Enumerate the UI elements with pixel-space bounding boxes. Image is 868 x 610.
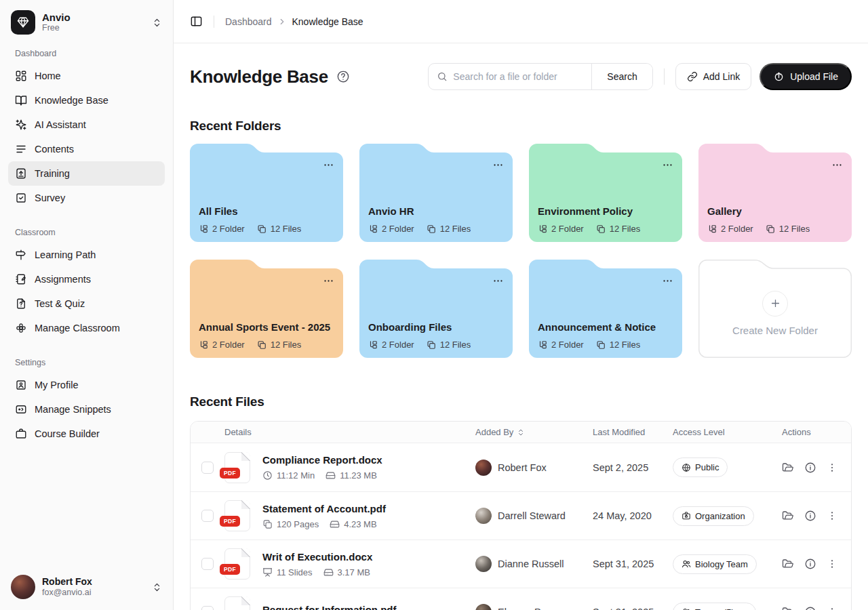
sparkles-icon	[15, 119, 27, 131]
sidebar-item-manage-classroom[interactable]: Manage Classroom	[8, 316, 165, 340]
folder-menu-icon[interactable]	[831, 159, 843, 171]
file-title[interactable]: Statement of Account.pdf	[262, 503, 475, 514]
open-folder-icon[interactable]	[782, 606, 794, 610]
globe-icon	[682, 463, 691, 472]
more-vertical-icon[interactable]	[827, 510, 837, 521]
added-by-name: Eleanor Pena	[498, 607, 557, 610]
file-title[interactable]: Request for Information.pdf	[262, 604, 475, 610]
help-icon[interactable]	[336, 70, 350, 83]
breadcrumb: Dashboard Knowledge Base	[225, 16, 363, 27]
file-type-icon: PDF	[224, 452, 250, 483]
breadcrumb-dashboard[interactable]: Dashboard	[225, 16, 272, 27]
sidebar-item-knowledge-base[interactable]: Knowledge Base	[8, 88, 165, 113]
search-input[interactable]	[453, 71, 583, 82]
sidebar-item-label: Manage Classroom	[35, 323, 120, 333]
file-size: 4.23 MB	[344, 519, 376, 529]
recent-files-heading: Recent Files	[190, 394, 852, 409]
book-up-icon	[15, 167, 27, 180]
upload-file-button[interactable]: Upload File	[760, 63, 852, 90]
row-checkbox[interactable]	[201, 462, 214, 474]
folder-card-anvio-hr[interactable]: Anvio HR 2 Folder 12 Files	[359, 144, 513, 242]
sidebar-item-course-builder[interactable]: Course Builder	[8, 422, 165, 446]
file-slides: 11 Slides	[277, 567, 313, 577]
folder-count: 2 Folder	[382, 340, 414, 350]
folder-menu-icon[interactable]	[323, 275, 334, 287]
open-folder-icon[interactable]	[782, 510, 794, 522]
column-added-by[interactable]: Added By	[475, 427, 593, 437]
sidebar: Anvio Free Dashboard Home Knowledge Base…	[0, 0, 174, 610]
sidebar-item-training[interactable]: Training	[8, 161, 165, 186]
info-icon[interactable]	[804, 606, 816, 610]
folder-card-announcement-notice[interactable]: Announcement & Notice 2 Folder 12 Files	[529, 260, 682, 358]
table-row: PDF Statement of Account.pdf 120 Pages 4…	[191, 491, 851, 540]
avatar	[475, 508, 492, 524]
sidebar-item-home[interactable]: Home	[8, 64, 165, 88]
create-folder-label: Create New Folder	[732, 325, 818, 336]
presentation-icon	[262, 567, 273, 577]
page-content: Knowledge Base Search	[174, 43, 868, 610]
access-level-badge[interactable]: Organization	[673, 506, 754, 526]
folder-menu-icon[interactable]	[662, 159, 673, 171]
folder-card-onboarding-files[interactable]: Onboarding Files 2 Folder 12 Files	[359, 260, 513, 358]
pdf-badge: PDF	[220, 516, 240, 527]
sidebar-toggle-button[interactable]	[190, 15, 203, 28]
more-vertical-icon[interactable]	[827, 462, 837, 473]
folder-menu-icon[interactable]	[662, 275, 673, 287]
folder-tree-icon	[707, 224, 717, 234]
access-level-badge[interactable]: Biology Team	[673, 554, 757, 574]
folder-card-gallery[interactable]: Gallery 2 Folder 12 Files	[698, 144, 852, 242]
sidebar-item-assignments[interactable]: Assignments	[8, 267, 165, 291]
folder-name: All Files	[199, 205, 238, 217]
file-question-icon	[15, 298, 27, 310]
file-count: 12 Files	[440, 224, 471, 234]
open-folder-icon[interactable]	[782, 462, 794, 474]
add-link-button[interactable]: Add Link	[675, 63, 751, 90]
create-new-folder-card[interactable]: Create New Folder	[698, 260, 852, 358]
row-checkbox[interactable]	[201, 558, 214, 570]
more-vertical-icon[interactable]	[827, 607, 837, 610]
sidebar-item-my-profile[interactable]: My Profile	[8, 373, 165, 397]
more-vertical-icon[interactable]	[827, 558, 837, 569]
file-title[interactable]: Compliance Report.docx	[262, 454, 475, 466]
folder-card-annual-sports-event[interactable]: Annual Sports Event - 2025 2 Folder 12 F…	[190, 260, 343, 358]
folder-menu-icon[interactable]	[492, 275, 504, 287]
info-icon[interactable]	[804, 558, 816, 570]
row-checkbox[interactable]	[201, 510, 214, 522]
open-folder-icon[interactable]	[782, 558, 794, 570]
search-button[interactable]: Search	[591, 64, 652, 89]
sidebar-item-label: Manage Snippets	[35, 404, 111, 415]
folder-menu-icon[interactable]	[492, 159, 504, 171]
pages-icon	[262, 519, 273, 529]
folder-card-all-files[interactable]: All Files 2 Folder 12 Files	[190, 144, 343, 242]
chevrons-up-down-icon[interactable]	[152, 18, 162, 28]
sidebar-item-manage-snippets[interactable]: Manage Snippets	[8, 397, 165, 422]
sidebar-item-test-quiz[interactable]: Test & Quiz	[8, 291, 165, 316]
row-checkbox[interactable]	[201, 606, 214, 610]
folder-menu-icon[interactable]	[323, 159, 334, 171]
sidebar-item-survey[interactable]: Survey	[8, 186, 165, 210]
file-title[interactable]: Writ of Execution.docx	[262, 551, 475, 563]
access-level-badge[interactable]: Public	[673, 458, 728, 477]
workspace-switcher[interactable]: Anvio Free	[8, 9, 165, 35]
access-level-badge[interactable]: Teams (5)	[673, 603, 756, 610]
folder-card-environment-policy[interactable]: Environment Policy 2 Folder 12 Files	[529, 144, 682, 242]
folder-tree-icon	[538, 340, 547, 350]
sidebar-item-ai-assistant[interactable]: AI Assistant	[8, 113, 165, 137]
file-count: 12 Files	[610, 340, 641, 350]
info-icon[interactable]	[804, 462, 816, 474]
chevrons-up-down-icon[interactable]	[152, 582, 162, 592]
avatar	[475, 556, 492, 572]
sidebar-item-contents[interactable]: Contents	[8, 137, 165, 161]
folder-tree-icon	[199, 340, 208, 350]
folder-name: Gallery	[707, 205, 742, 217]
briefcase-icon	[15, 428, 27, 440]
section-label-dashboard: Dashboard	[8, 49, 165, 58]
sidebar-item-label: Contents	[35, 144, 74, 155]
breadcrumb-current: Knowledge Base	[292, 16, 363, 27]
info-icon[interactable]	[804, 510, 816, 522]
sidebar-item-learning-path[interactable]: Learning Path	[8, 243, 165, 267]
folder-name: Environment Policy	[538, 205, 633, 217]
id-card-icon	[15, 379, 27, 391]
user-menu[interactable]: Robert Fox fox@anvio.ai	[0, 565, 173, 610]
files-icon	[596, 340, 606, 350]
